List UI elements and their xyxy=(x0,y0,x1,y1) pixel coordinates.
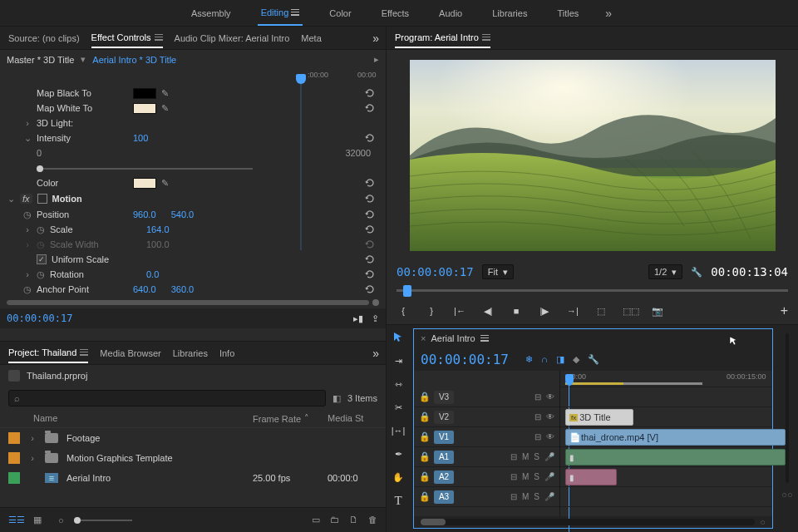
ws-titles[interactable]: Titles xyxy=(554,2,582,25)
list-view-icon[interactable]: ☰☰ xyxy=(8,515,23,526)
track-v2-toggle[interactable]: V2 xyxy=(434,411,454,424)
filter-bin-icon[interactable]: ◧ xyxy=(332,393,341,404)
position-y[interactable]: 540.0 xyxy=(171,209,195,219)
track-v1-toggle[interactable]: V1 xyxy=(434,431,454,444)
razor-tool-icon[interactable]: ✂ xyxy=(391,400,406,415)
project-search-input[interactable]: ⌕ xyxy=(8,390,326,406)
ec-h-scrollbar[interactable] xyxy=(7,300,369,305)
playhead-icon[interactable] xyxy=(565,374,574,386)
reset-icon[interactable] xyxy=(364,209,379,219)
track-header-v2[interactable]: 🔒V2⊟👁 xyxy=(414,407,559,427)
stopwatch-icon[interactable]: ◷ xyxy=(23,284,32,295)
project-item-row[interactable]: ›≡Aerial Intro25.00 fps00:00:0 xyxy=(0,468,386,488)
snap-icon[interactable]: ❄ xyxy=(525,354,533,365)
export-frame-icon[interactable]: 📷 xyxy=(651,306,664,317)
mark-in-icon[interactable]: { xyxy=(397,306,410,316)
track-lane-a1[interactable]: ▮ xyxy=(560,447,772,467)
voice-over-icon[interactable]: 🎤 xyxy=(544,472,554,481)
solo-toggle[interactable]: S xyxy=(534,452,539,461)
tab-effect-controls[interactable]: Effect Controls xyxy=(91,28,163,48)
settings-icon[interactable]: 🔧 xyxy=(588,354,599,365)
eye-icon[interactable]: 👁 xyxy=(546,412,554,421)
voice-over-icon[interactable]: 🎤 xyxy=(544,452,554,461)
clip-3d-title[interactable]: fx3D Title xyxy=(565,409,633,426)
track-v3-toggle[interactable]: V3 xyxy=(434,391,454,404)
reset-icon[interactable] xyxy=(364,178,379,188)
meter-knob[interactable]: ○○ xyxy=(781,490,792,500)
freeform-view-icon[interactable]: ▭ xyxy=(312,515,320,525)
toggle-effects-icon[interactable]: ▸▮ xyxy=(353,313,363,324)
uniform-scale-checkbox[interactable]: ✓ xyxy=(37,254,47,264)
eyedropper-icon[interactable]: ✎ xyxy=(161,103,169,114)
eyedropper-icon[interactable]: ✎ xyxy=(161,178,169,189)
new-bin-icon[interactable]: 🗀 xyxy=(330,515,339,525)
track-header-v3[interactable]: 🔒V3⊟👁 xyxy=(414,387,559,407)
chevron-down-icon[interactable]: ▾ xyxy=(79,54,87,65)
clip-audio-a1[interactable]: ▮ xyxy=(565,449,786,466)
timeline-timecode[interactable]: 00:00:00:17 xyxy=(421,352,509,367)
tabs-overflow-icon[interactable]: » xyxy=(372,347,377,360)
twirl-icon[interactable]: › xyxy=(28,433,37,443)
ws-color[interactable]: Color xyxy=(326,2,354,25)
fit-dropdown[interactable]: Fit▾ xyxy=(482,264,514,279)
lock-icon[interactable]: 🔒 xyxy=(419,411,429,422)
program-scrubber[interactable] xyxy=(387,283,798,298)
eye-icon[interactable]: 👁 xyxy=(546,432,554,441)
reset-icon[interactable] xyxy=(364,254,379,264)
go-to-in-icon[interactable]: |← xyxy=(453,306,466,316)
track-header-a2[interactable]: 🔒A2⊟MS🎤 xyxy=(414,467,559,487)
tab-metadata[interactable]: Meta xyxy=(301,29,321,47)
track-select-tool-icon[interactable]: ⇥ xyxy=(391,353,406,368)
stopwatch-icon[interactable]: ◷ xyxy=(23,209,32,220)
project-item-row[interactable]: ›Footage xyxy=(0,428,386,448)
reset-icon[interactable] xyxy=(364,88,379,98)
track-header-a3[interactable]: 🔒A3⊟MS🎤 xyxy=(414,487,559,507)
voice-over-icon[interactable]: 🎤 xyxy=(544,492,554,501)
go-to-out-icon[interactable]: →| xyxy=(566,306,579,316)
sequence-clip-link[interactable]: Aerial Intro * 3D Title xyxy=(92,55,176,65)
reset-icon[interactable] xyxy=(364,284,379,294)
lock-icon[interactable]: 🔒 xyxy=(419,451,429,462)
tabs-overflow-icon[interactable]: » xyxy=(372,32,377,45)
mute-toggle[interactable]: M xyxy=(522,492,529,501)
ec-mini-ruler[interactable]: :00:00 00:00 xyxy=(283,69,386,86)
eyedropper-icon[interactable]: ✎ xyxy=(161,88,169,99)
track-lane-v1[interactable]: 📄thai_drone.mp4 [V] xyxy=(560,427,772,447)
rotation-value[interactable]: 0.0 xyxy=(146,269,159,279)
effect-mask-icon[interactable] xyxy=(37,194,47,204)
ws-overflow-icon[interactable]: » xyxy=(605,7,610,20)
twirl-icon[interactable]: › xyxy=(23,118,32,128)
selection-tool-icon[interactable] xyxy=(391,330,406,345)
zoom-slider[interactable] xyxy=(74,520,132,521)
tab-source[interactable]: Source: (no clips) xyxy=(8,29,80,47)
sync-lock-icon[interactable]: ⊟ xyxy=(534,432,541,441)
ws-effects[interactable]: Effects xyxy=(378,2,412,25)
clip-audio-a2[interactable]: ▮ xyxy=(565,469,617,485)
color-swatch[interactable] xyxy=(133,178,156,189)
type-tool-icon[interactable]: T xyxy=(391,493,406,508)
timeline-h-scrollbar[interactable] xyxy=(421,519,755,525)
master-clip-label[interactable]: Master * 3D Title xyxy=(7,55,74,65)
mute-toggle[interactable]: M xyxy=(522,452,529,461)
stopwatch-icon[interactable]: ◷ xyxy=(37,224,45,235)
track-a2-toggle[interactable]: A2 xyxy=(434,470,454,484)
position-x[interactable]: 960.0 xyxy=(133,209,156,219)
markers-icon[interactable]: ◨ xyxy=(556,354,564,365)
intensity-slider[interactable] xyxy=(37,168,253,170)
timeline-scroll-knob[interactable]: ○ xyxy=(760,517,766,527)
marker-add-icon[interactable]: ◆ xyxy=(573,354,579,365)
twirl-icon[interactable]: ⌄ xyxy=(23,133,32,144)
lock-icon[interactable]: 🔒 xyxy=(419,471,429,482)
white-swatch[interactable] xyxy=(133,103,156,114)
close-sequence-icon[interactable]: × xyxy=(421,333,426,343)
share-icon[interactable]: ⇪ xyxy=(372,313,379,324)
sequence-tab[interactable]: Aerial Intro xyxy=(431,333,475,343)
black-swatch[interactable] xyxy=(133,88,156,99)
timeline-tracks[interactable]: :00:00 00:00:15:00 fx3D Title 📄thai_dron… xyxy=(560,371,772,516)
program-timecode[interactable]: 00:00:00:17 xyxy=(397,265,474,278)
linked-selection-icon[interactable]: ∩ xyxy=(541,354,548,365)
ec-timecode[interactable]: 00:00:00:17 xyxy=(7,313,72,324)
track-lane-v3[interactable] xyxy=(560,387,772,407)
ec-scroll-knob[interactable] xyxy=(372,299,379,306)
tab-libraries[interactable]: Libraries xyxy=(173,344,208,362)
